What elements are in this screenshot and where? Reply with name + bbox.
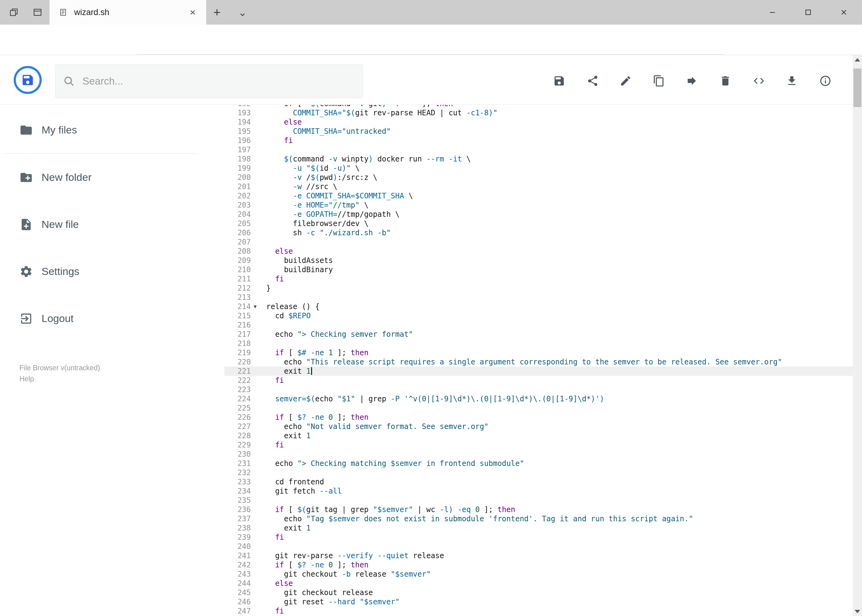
code-line[interactable]: 235 [224, 496, 853, 505]
code-line[interactable]: 247 fi [224, 607, 853, 616]
code-line[interactable]: 221 exit 1 [224, 366, 853, 376]
set-tabs-aside-button[interactable] [31, 6, 44, 19]
code-line[interactable]: 223 [224, 385, 853, 394]
code-line[interactable]: 192 if [ "$(command -v git)" != "" ]; th… [224, 105, 853, 108]
share-icon [586, 75, 599, 87]
code-line[interactable]: 201 -w //src \ [224, 182, 853, 191]
code-editor[interactable]: 192 if [ "$(command -v git)" != "" ]; th… [224, 105, 853, 616]
save-button[interactable] [552, 74, 567, 88]
code-line[interactable]: 226 if [ $? -ne 0 ]; then [224, 413, 853, 422]
code-line[interactable]: 240 [224, 542, 853, 551]
browser-tab[interactable]: wizard.sh × [50, 0, 206, 25]
code-line[interactable]: 198 $(command -v winpty) docker run --rm… [224, 154, 853, 163]
code-text: } [259, 284, 271, 293]
help-link[interactable]: Help [19, 373, 100, 384]
code-line[interactable]: 239 fi [224, 533, 853, 542]
sidebar-item-settings[interactable]: Settings [0, 248, 224, 295]
code-line[interactable]: 217 echo "> Checking semver format" [224, 330, 853, 339]
search-input[interactable] [82, 75, 355, 87]
code-line[interactable]: 204 -e GOPATH=//tmp/gopath \ [224, 210, 853, 219]
code-line[interactable]: 208 else [224, 247, 853, 256]
code-line[interactable]: 212} [224, 284, 853, 293]
info-button[interactable] [818, 74, 833, 88]
logout-icon [19, 312, 33, 325]
code-line[interactable]: 202 -e COMMIT_SHA=$COMMIT_SHA \ [224, 191, 853, 201]
code-line[interactable]: 245 git checkout release [224, 588, 853, 597]
search-box[interactable] [55, 64, 363, 98]
code-line[interactable]: 210 buildBinary [224, 265, 853, 274]
code-line[interactable]: 232 [224, 468, 853, 477]
filebrowser-logo[interactable] [13, 65, 43, 95]
code-line[interactable]: 230 [224, 449, 853, 459]
code-line[interactable]: 246 git reset --hard "$semver" [224, 597, 853, 607]
sidebar-item-logout[interactable]: Logout [0, 295, 224, 342]
code-line[interactable]: 228 exit 1 [224, 431, 853, 440]
raw-code-button[interactable] [752, 74, 766, 88]
move-button[interactable] [684, 74, 699, 88]
code-line[interactable]: 214▾release () { [224, 302, 853, 311]
code-line[interactable]: 218 [224, 339, 853, 348]
code-line[interactable]: 234 git fetch --all [224, 487, 853, 496]
code-text: -v /$(pwd):/src:z \ [259, 173, 377, 182]
scrollbar-up-button[interactable] [853, 55, 862, 64]
code-line[interactable]: 220 echo "This release script requires a… [224, 357, 853, 366]
code-line[interactable]: 213 [224, 293, 853, 302]
code-line[interactable]: 207 [224, 237, 853, 247]
code-text: fi [259, 376, 284, 385]
window-close-button[interactable] [835, 0, 853, 25]
code-text [259, 385, 266, 394]
copy-button[interactable] [651, 74, 666, 88]
sidebar-item-my-files[interactable]: My files [0, 107, 224, 154]
sidebar-item-new-folder[interactable]: New folder [0, 154, 224, 201]
code-line[interactable]: 231 echo "> Checking matching $semver in… [224, 459, 853, 468]
code-line[interactable]: 219 if [ $# -ne 1 ]; then [224, 348, 853, 357]
code-line[interactable]: 222 fi [224, 376, 853, 385]
rename-button[interactable] [618, 74, 633, 88]
tab-list-chevron-button[interactable]: ⌄ [235, 6, 250, 19]
fold-marker-icon[interactable]: ▾ [251, 302, 259, 311]
scrollbar-thumb[interactable] [853, 69, 861, 107]
code-line[interactable]: 238 exit 1 [224, 523, 853, 533]
line-number: 221 [224, 366, 251, 376]
download-button[interactable] [785, 74, 799, 88]
share-button[interactable] [585, 74, 600, 88]
scrollbar-down-button[interactable] [853, 607, 862, 616]
fold-column [251, 293, 259, 302]
code-text: else [259, 579, 293, 588]
code-line[interactable]: 236 if [ $(git tag | grep "$semver" | wc… [224, 505, 853, 514]
code-line[interactable]: 237 echo "Tag $semver does not exist in … [224, 514, 853, 523]
code-line[interactable]: 200 -v /$(pwd):/src:z \ [224, 173, 853, 182]
code-line[interactable]: 197 [224, 145, 853, 154]
code-line[interactable]: 195 COMMIT_SHA="untracked" [224, 127, 853, 136]
code-line[interactable]: 206 sh -c "./wizard.sh -b" [224, 228, 853, 237]
window-minimize-button[interactable] [764, 0, 782, 25]
window-maximize-button[interactable] [799, 0, 817, 25]
code-line[interactable]: 242 if [ $? -ne 0 ]; then [224, 560, 853, 570]
code-line[interactable]: 196 fi [224, 136, 853, 145]
new-tab-button[interactable]: + [210, 6, 224, 19]
code-line[interactable]: 244 else [224, 579, 853, 588]
delete-button[interactable] [718, 74, 733, 88]
code-line[interactable]: 227 echo "Not valid semver format. See s… [224, 422, 853, 431]
code-line[interactable]: 233 cd frontend [224, 477, 853, 487]
code-line[interactable]: 243 git checkout -b release "$semver" [224, 570, 853, 579]
page-scrollbar[interactable] [853, 55, 862, 616]
fold-column [251, 265, 259, 274]
code-line[interactable]: 211 fi [224, 274, 853, 284]
sidebar-item-new-file[interactable]: New file [0, 201, 224, 248]
code-line[interactable]: 194 else [224, 118, 853, 127]
code-line[interactable]: 229 fi [224, 440, 853, 449]
code-line[interactable]: 215 cd $REPO [224, 311, 853, 321]
code-line[interactable]: 224 semver=$(echo "$1" | grep -P '^v(0|[… [224, 394, 853, 404]
code-line[interactable]: 203 -e HOME="//tmp" \ [224, 201, 853, 210]
code-line[interactable]: 205 filebrowser/dev \ [224, 219, 853, 228]
code-line[interactable]: 209 buildAssets [224, 256, 853, 265]
code-line[interactable]: 241 git rev-parse --verify --quiet relea… [224, 551, 853, 560]
tab-close-button[interactable]: × [186, 6, 199, 19]
code-line[interactable]: 193 COMMIT_SHA="$(git rev-parse HEAD | c… [224, 108, 853, 118]
code-line[interactable]: 216 [224, 321, 853, 330]
code-line[interactable]: 199 -u "$(id -u)" \ [224, 163, 853, 173]
tab-preview-button[interactable] [7, 6, 20, 19]
code-line[interactable]: 225 [224, 404, 853, 413]
line-number: 225 [224, 404, 251, 413]
